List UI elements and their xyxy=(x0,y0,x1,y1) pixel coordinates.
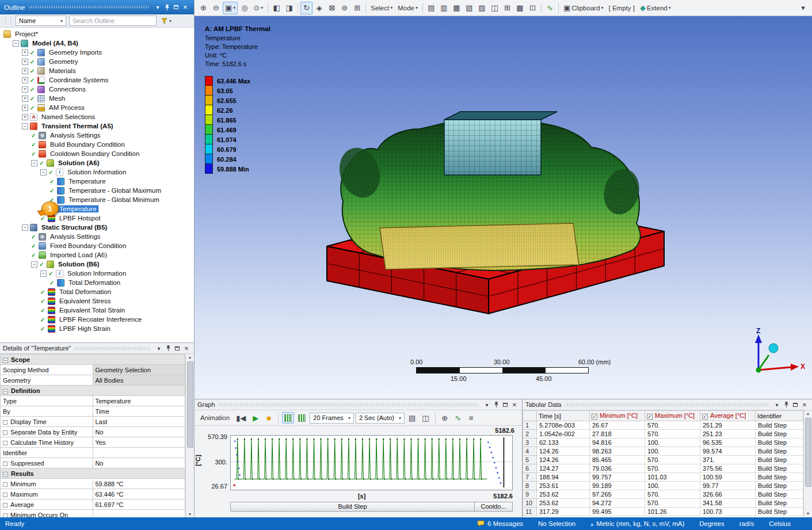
show-mesh-icon[interactable]: ▩ xyxy=(514,2,526,14)
box-zoom-icon[interactable]: ⊠ xyxy=(326,2,338,14)
details-row-value[interactable]: Temperature xyxy=(93,396,185,406)
scroll-up-icon[interactable]: ▲ xyxy=(806,411,810,417)
tree-item[interactable]: +✓Geometry Imports xyxy=(0,48,194,57)
tree-item-label[interactable]: LPBF High Strain xyxy=(58,325,112,332)
tabular-row[interactable]: 6124.2779.036570.375.56Build Step xyxy=(523,464,803,473)
tree-item[interactable]: ✓LPBF Recoater Interference xyxy=(0,315,194,324)
details-row-value[interactable]: 61.697 °C xyxy=(93,500,185,510)
tree-item[interactable]: +✓Coordinate Systems xyxy=(0,75,194,85)
tabular-column-header[interactable]: ✓Minimum [°C] xyxy=(590,411,645,421)
zoom-fit-icon[interactable]: ⊚ xyxy=(338,2,350,14)
parameter-checkbox[interactable] xyxy=(3,462,7,466)
tree-item-label[interactable]: Solution (B6) xyxy=(56,261,101,268)
parameter-checkbox[interactable] xyxy=(3,482,7,487)
tree-item[interactable]: −Model (A4, B4) xyxy=(0,39,194,48)
tree-item[interactable]: ✓Analysis Settings xyxy=(0,232,194,241)
toolbar-overflow-icon[interactable]: ▾ xyxy=(797,2,809,14)
filter-dropdown-button[interactable]: ▾ xyxy=(159,16,173,26)
expand-icon[interactable]: + xyxy=(22,49,28,56)
status-temperature-unit[interactable]: Celsius xyxy=(769,520,791,527)
maximize-icon[interactable] xyxy=(173,344,182,353)
tabular-row[interactable]: 15.2708e-00326.67570.251.29Build Step xyxy=(523,421,803,430)
tree-item[interactable]: +✓AM Process xyxy=(0,103,194,112)
tree-item-label[interactable]: Connections xyxy=(47,86,87,93)
stop-icon[interactable]: ■ xyxy=(263,412,275,424)
tree-item[interactable]: ✓Temperature xyxy=(0,204,194,213)
scroll-down-icon[interactable]: ▼ xyxy=(806,511,810,517)
details-row-value[interactable]: All Bodies xyxy=(93,375,185,386)
parameter-checkbox[interactable] xyxy=(3,430,7,435)
previous-view-icon[interactable]: ◧ xyxy=(270,2,283,14)
details-row-value[interactable]: Geometry Selection xyxy=(93,365,185,375)
build-step-segment[interactable]: Build Step xyxy=(230,502,475,512)
tabular-row[interactable]: 7188.9499.757101.03100.59Build Step xyxy=(523,473,803,482)
probe-icon[interactable]: ◎ xyxy=(238,2,250,14)
status-angular-velocity-unit[interactable]: rad/s xyxy=(739,520,754,527)
tree-item-label[interactable]: Solution (A6) xyxy=(56,159,101,166)
first-frame-icon[interactable]: ▮◀ xyxy=(234,412,248,424)
duration-select[interactable]: 2 Sec (Auto)▾ xyxy=(356,413,405,424)
tree-item[interactable]: ✓Equivalent Total Strain xyxy=(0,306,194,315)
rotate-icon[interactable]: ↻ xyxy=(300,2,312,14)
tree-item[interactable]: ✓Build Boundary Condition xyxy=(0,140,194,149)
collapse-icon[interactable]: − xyxy=(40,169,47,176)
tree-item-label[interactable]: Transient Thermal (A5) xyxy=(40,123,115,129)
tree-item-label[interactable]: Mesh xyxy=(47,95,67,102)
expand-icon[interactable]: + xyxy=(22,105,28,111)
tree-item-label[interactable]: Total Deformation xyxy=(58,288,113,295)
tree-item[interactable]: +✓Geometry xyxy=(0,57,194,66)
selection-face-icon[interactable]: ▦ xyxy=(451,2,463,14)
tree-item[interactable]: ✓Equivalent Stress xyxy=(0,296,194,306)
tree-item[interactable]: −✓Solution (A6) xyxy=(0,158,194,167)
tree-item[interactable]: ✓Fixed Boundary Condition xyxy=(0,241,194,250)
expand-icon[interactable]: + xyxy=(22,59,28,65)
tree-item-label[interactable]: Temperature - Global Minimum xyxy=(67,196,161,203)
name-filter-select[interactable]: Name ▾ xyxy=(16,16,66,26)
zoom-in-icon[interactable]: ⊕ xyxy=(197,2,209,14)
annotation-icon[interactable]: ⊡ xyxy=(527,2,539,14)
chevron-down-icon[interactable]: ▾ xyxy=(772,401,781,409)
parameter-checkbox[interactable] xyxy=(3,420,7,425)
tabular-row[interactable]: 9253.6297.265570.326.66Build Step xyxy=(523,490,803,499)
collapse-icon[interactable]: − xyxy=(22,123,28,129)
details-row-value[interactable]: 59.888 °C xyxy=(93,479,185,489)
selection-vertex-icon[interactable]: ▤ xyxy=(425,2,437,14)
details-scrollbar[interactable]: ▲ ▼ xyxy=(185,354,194,518)
zoom-100-icon[interactable]: ⊞ xyxy=(351,2,363,14)
tree-item[interactable]: +✓Connections xyxy=(0,85,194,94)
frames-select[interactable]: 20 Frames▾ xyxy=(310,413,354,424)
collapse-icon[interactable]: − xyxy=(3,389,8,394)
tabular-row[interactable]: 4124.2698.263100.99.574Build Step xyxy=(523,447,803,456)
details-row-value[interactable]: Yes xyxy=(93,437,185,448)
expand-icon[interactable]: + xyxy=(22,114,28,120)
maximize-icon[interactable] xyxy=(171,3,181,12)
expand-icon[interactable]: + xyxy=(22,96,28,102)
tree-item[interactable]: ✓Imported Load (A6) xyxy=(0,250,194,260)
details-row-value[interactable]: Time xyxy=(93,406,185,417)
pin-icon[interactable] xyxy=(163,344,173,353)
scrollbar-thumb[interactable] xyxy=(187,361,193,448)
collapse-icon[interactable]: − xyxy=(31,261,37,268)
tree-item-label[interactable]: Temperature - Global Maximum xyxy=(67,187,163,194)
collapse-icon[interactable]: − xyxy=(3,358,8,363)
chevron-down-icon[interactable]: ▾ xyxy=(154,344,163,353)
collapse-icon[interactable]: − xyxy=(13,40,19,47)
tree-item-label[interactable]: Equivalent Stress xyxy=(58,298,113,304)
pan-icon[interactable]: ◈ xyxy=(313,2,325,14)
pin-icon[interactable] xyxy=(162,3,171,12)
tabular-column-header[interactable]: ✓Average [°C] xyxy=(700,411,756,421)
chevron-down-icon[interactable]: ▾ xyxy=(482,401,491,409)
tree-item[interactable]: −Static Structural (B5) xyxy=(0,223,194,232)
tabular-row[interactable]: 5124.2685.465570.371.Build Step xyxy=(523,456,803,464)
tree-item-label[interactable]: Project* xyxy=(13,30,40,37)
selection-body-icon[interactable]: ▧ xyxy=(463,2,475,14)
clipboard-dropdown[interactable]: ▣Clipboard▾ xyxy=(561,2,606,14)
orientation-triad[interactable]: Z X xyxy=(735,327,807,390)
tree-item-label[interactable]: LPBF Recoater Interference xyxy=(58,316,143,323)
tree-item-label[interactable]: LPBF Hotspot xyxy=(58,215,102,222)
tree-item-label[interactable]: Named Selections xyxy=(40,113,97,120)
tree-item-label[interactable]: Solution Information xyxy=(66,169,128,176)
details-row-value[interactable]: No xyxy=(93,427,185,437)
tree-item[interactable]: −✓Solution Information xyxy=(0,167,194,177)
status-angle-unit[interactable]: Degrees xyxy=(699,520,724,527)
